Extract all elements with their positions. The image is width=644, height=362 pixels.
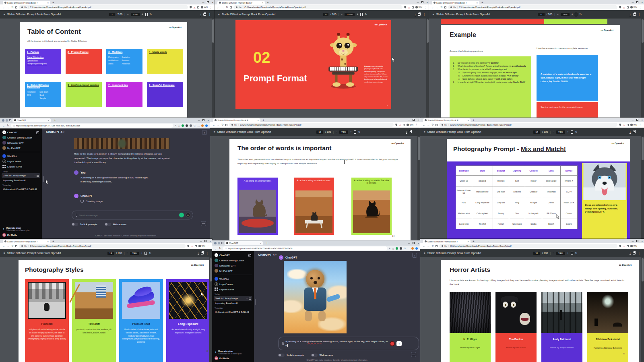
- back-icon[interactable]: ←: [2, 245, 5, 248]
- sidebar-gpt-silhouette[interactable]: Silhouette GPT: [214, 263, 252, 268]
- minimize-button[interactable]: —: [632, 1, 634, 4]
- menu-icon[interactable]: ≡: [4, 13, 5, 16]
- toc-sublink[interactable]: Prompt engineering intro: [27, 63, 59, 65]
- profile-chip[interactable]: WN: [630, 245, 637, 247]
- zoom-level[interactable]: 105%: [345, 13, 355, 16]
- warning-icon[interactable]: ⚠: [623, 6, 625, 9]
- download-icon[interactable]: ↓: [198, 252, 199, 255]
- side-panel-icon[interactable]: [225, 124, 227, 126]
- close-button[interactable]: ×: [209, 240, 211, 242]
- zoom-out-button[interactable]: −: [553, 252, 554, 254]
- browser-menu-icon[interactable]: [214, 242, 217, 244]
- extension-icon-g[interactable]: G: [404, 247, 406, 250]
- reload-icon[interactable]: ↻: [11, 6, 14, 9]
- side-panel-icon[interactable]: [230, 6, 232, 8]
- download-icon[interactable]: ↓: [415, 13, 416, 16]
- zoom-in-button[interactable]: +: [142, 13, 143, 16]
- toc-sublink[interactable]: OpenArt intro: [27, 60, 59, 62]
- headphones-icon[interactable]: ∩: [186, 213, 190, 217]
- zoom-level[interactable]: 74%: [339, 130, 348, 134]
- scrollbar[interactable]: [426, 19, 429, 118]
- back-icon[interactable]: ←: [213, 124, 215, 126]
- maximize-button[interactable]: [413, 119, 415, 121]
- maximize-button[interactable]: [636, 240, 638, 242]
- side-panel-icon[interactable]: [436, 245, 438, 247]
- zoom-in-button[interactable]: +: [572, 13, 573, 16]
- browser-tab[interactable]: Stable Diffusion Prompt Book F×: [3, 1, 50, 4]
- zoom-level[interactable]: 74%: [130, 252, 139, 255]
- sidebar-gpt-creative-writing[interactable]: Creative Writing Coach: [2, 135, 40, 140]
- vertical-tabs-icon[interactable]: [9, 119, 11, 121]
- minimize-button[interactable]: —: [408, 119, 410, 121]
- new-tab-button[interactable]: +: [473, 118, 475, 122]
- print-icon[interactable]: [418, 13, 421, 16]
- menu-kebab-icon[interactable]: ⋮: [209, 6, 212, 9]
- page-input[interactable]: 9: [323, 13, 328, 16]
- sidebar-collapse-handle[interactable]: [255, 299, 256, 305]
- rotate-icon[interactable]: ↻: [150, 13, 152, 16]
- download-icon[interactable]: ↓: [406, 130, 407, 134]
- menu-icon[interactable]: ≡: [433, 13, 434, 16]
- favorites-star-icon[interactable]: ☆: [392, 247, 394, 250]
- zoom-out-button[interactable]: −: [336, 130, 337, 133]
- print-icon[interactable]: [201, 252, 204, 254]
- profile-avatar[interactable]: [201, 124, 204, 127]
- sidebar-gpt-my-pet[interactable]: My Pet GPT: [214, 268, 252, 273]
- warning-icon[interactable]: ⚠: [191, 245, 193, 248]
- print-icon[interactable]: [409, 131, 412, 133]
- zoom-in-button[interactable]: +: [350, 130, 352, 133]
- minimize-button[interactable]: —: [198, 119, 200, 122]
- pdf-viewport[interactable]: ∞OpenArt Photography Prompt - Mix and Ma…: [420, 136, 644, 239]
- minimize-button[interactable]: —: [408, 242, 410, 244]
- toc-link[interactable]: 7 - Important tips: [108, 84, 140, 86]
- web-access-toggle[interactable]: [105, 223, 111, 226]
- pdf-viewport[interactable]: ∞OpenArt Photography Styles Polaroid sti…: [0, 257, 212, 362]
- pdf-viewport[interactable]: ∞OpenArt The order of words is important…: [210, 136, 420, 240]
- downloads-icon[interactable]: [403, 124, 405, 126]
- downloads-icon[interactable]: [197, 6, 199, 8]
- prompt-settings-icon[interactable]: [411, 352, 416, 357]
- fit-page-icon[interactable]: [571, 252, 573, 255]
- extension-icon-green[interactable]: [182, 124, 184, 127]
- warning-icon[interactable]: ⚠: [623, 245, 625, 248]
- share-button[interactable]: ↑: [412, 253, 417, 258]
- menu-kebab-icon[interactable]: ⋮: [639, 6, 642, 9]
- sidebar-webpilot[interactable]: WebPilot: [214, 276, 252, 281]
- reload-icon[interactable]: ↻: [221, 123, 224, 126]
- rotate-icon[interactable]: ↻: [365, 13, 367, 16]
- browser-tab[interactable]: Stable Diffusion Prompt Book F×: [217, 1, 265, 4]
- web-access-toggle[interactable]: [311, 354, 318, 357]
- scrollbar[interactable]: [641, 19, 644, 118]
- tab-close-icon[interactable]: ×: [262, 2, 263, 4]
- rotate-icon[interactable]: ↻: [358, 130, 360, 134]
- print-icon[interactable]: [633, 252, 636, 254]
- more-kebab-icon[interactable]: ⋮: [206, 252, 208, 255]
- warning-icon[interactable]: ⚠: [408, 6, 410, 9]
- workspaces-icon[interactable]: [6, 119, 8, 122]
- toc-link[interactable]: 2 - Prompt Format: [68, 51, 100, 53]
- library-image[interactable]: [74, 138, 169, 149]
- voice-icon[interactable]: [179, 213, 184, 217]
- shield-icon[interactable]: [395, 124, 397, 126]
- side-panel-icon[interactable]: [436, 124, 438, 126]
- shield-icon[interactable]: [187, 245, 189, 247]
- convo-item[interactable]: KI-Kunst mit ChatGPT & DALL-E: [214, 310, 252, 314]
- downloads-icon[interactable]: [627, 6, 629, 8]
- back-icon[interactable]: ←: [2, 6, 5, 9]
- sidebar-explore-gpts[interactable]: Explore GPTs: [214, 287, 252, 292]
- browser-tab[interactable]: Stable Diffusion Prompt Book F×: [213, 118, 260, 122]
- upgrade-plan-button[interactable]: ✦Upgrade planCollaborate on a Teams plan: [214, 349, 252, 356]
- browser-tab[interactable]: Stable Diffusion Prompt Book F×: [432, 1, 479, 4]
- sidebar-explore-gpts[interactable]: Explore GPTs: [2, 164, 40, 169]
- zoom-out-button[interactable]: −: [557, 13, 559, 16]
- convo-item-selected[interactable]: Geek in Library Image⋯: [214, 296, 252, 301]
- send-icon[interactable]: ↑: [396, 341, 402, 346]
- menu-icon[interactable]: ≡: [214, 130, 215, 133]
- extension-icon-gray[interactable]: [190, 124, 192, 127]
- zoom-out-button[interactable]: −: [127, 252, 128, 254]
- new-tab-button[interactable]: +: [267, 1, 269, 4]
- omnibox[interactable]: ⚿https://chat.openai.com/c/cb41347e-71ab…: [223, 246, 387, 250]
- download-icon[interactable]: ↓: [630, 252, 631, 255]
- maximize-button[interactable]: [204, 240, 206, 242]
- one-click-prompts-toggle[interactable]: [72, 223, 78, 226]
